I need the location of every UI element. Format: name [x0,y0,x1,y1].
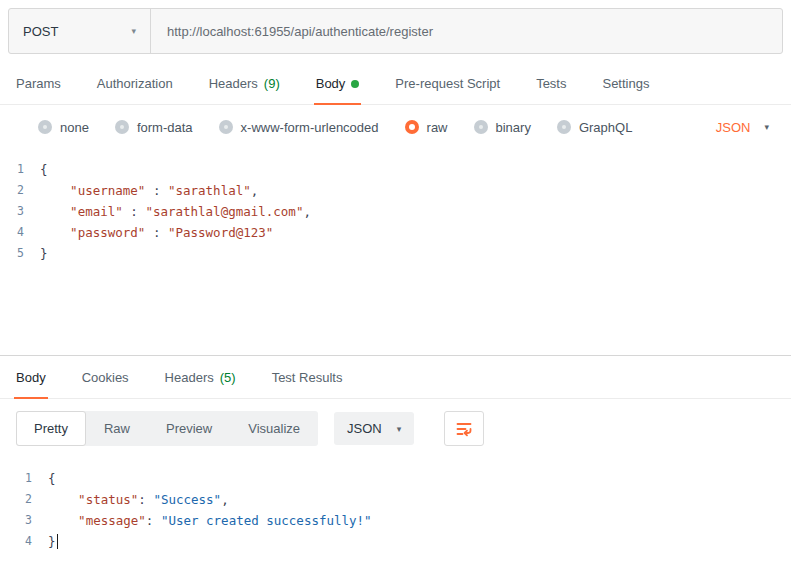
request-url-bar: POST ▾ http://localhost:61955/api/authen… [8,8,783,54]
body-type-x-www-form-urlencoded[interactable]: x-www-form-urlencoded [219,120,379,135]
tab-label: Headers [165,370,214,385]
radio-icon [38,120,52,134]
tab-label: Body [16,370,46,385]
postman-app: POST ▾ http://localhost:61955/api/authen… [0,8,791,552]
tab-label: Tests [536,76,566,91]
tab-label: Test Results [272,370,343,385]
radio-selected-icon [405,120,419,134]
response-tab-headers[interactable]: Headers (5) [163,356,238,399]
tab-settings[interactable]: Settings [600,62,651,105]
response-tab-cookies[interactable]: Cookies [80,356,131,399]
language-label: JSON [716,120,751,135]
radio-icon [115,120,129,134]
text-cursor [57,534,59,549]
tab-params[interactable]: Params [14,62,63,105]
request-tabs: Params Authorization Headers (9) Body Pr… [0,62,791,105]
option-label: binary [496,120,531,135]
body-type-none[interactable]: none [38,120,89,135]
language-dropdown[interactable]: JSON ▾ [716,120,769,135]
body-type-binary[interactable]: binary [474,120,531,135]
code-line: 2 "status": "Success", [8,489,791,510]
option-label: none [60,120,89,135]
code-line: 4 } [8,531,791,552]
tab-label: Params [16,76,61,91]
body-type-raw[interactable]: raw [405,120,448,135]
option-label: GraphQL [579,120,632,135]
line-number: 1 [0,159,40,180]
code-line: 3 "message": "User created successfully!… [8,510,791,531]
wrap-lines-button[interactable] [444,411,484,446]
code-line: 1 { [0,159,791,180]
line-number: 5 [0,243,40,264]
green-dot-icon [351,80,359,88]
body-type-selector: none form-data x-www-form-urlencoded raw… [0,105,791,149]
url-input[interactable]: http://localhost:61955/api/authenticate/… [151,9,782,53]
option-label: raw [427,120,448,135]
chevron-down-icon: ▾ [397,424,402,434]
request-body-editor[interactable]: 1 { 2 "username" : "sarathlal", 3 "email… [0,149,791,355]
view-pretty[interactable]: Pretty [16,411,86,446]
language-label: JSON [347,421,382,436]
code-line: 4 "password" : "Password@123" [0,222,791,243]
line-number: 3 [8,510,48,531]
line-number: 4 [8,531,48,552]
tab-pre-request-script[interactable]: Pre-request Script [393,62,502,105]
tab-authorization[interactable]: Authorization [95,62,175,105]
option-label: form-data [137,120,193,135]
view-visualize[interactable]: Visualize [230,411,318,446]
headers-count: (9) [264,76,280,91]
text-wrap-icon [455,421,473,437]
code-line: 2 "username" : "sarathlal", [0,180,791,201]
response-toolbar: Pretty Raw Preview Visualize JSON ▾ [0,399,791,458]
response-view-switch: Pretty Raw Preview Visualize [16,411,318,446]
response-language-dropdown[interactable]: JSON ▾ [334,412,414,445]
line-number: 1 [8,468,48,489]
code-line: 3 "email" : "sarathlal@gmail.com", [0,201,791,222]
radio-icon [557,120,571,134]
response-tab-test-results[interactable]: Test Results [270,356,345,399]
body-type-graphql[interactable]: GraphQL [557,120,632,135]
line-number: 3 [0,201,40,222]
headers-count: (5) [220,370,236,385]
code-line: 1 { [8,468,791,489]
tab-label: Pre-request Script [395,76,500,91]
tab-label: Headers [209,76,258,91]
code-line: 5 } [0,243,791,264]
radio-icon [219,120,233,134]
response-pane: Body Cookies Headers (5) Test Results Pr… [0,355,791,552]
tab-body[interactable]: Body [314,62,362,105]
radio-icon [474,120,488,134]
tab-label: Settings [602,76,649,91]
line-number: 4 [0,222,40,243]
url-text: http://localhost:61955/api/authenticate/… [167,24,433,39]
option-label: x-www-form-urlencoded [241,120,379,135]
tab-label: Cookies [82,370,129,385]
method-label: POST [23,24,58,39]
response-tab-body[interactable]: Body [14,356,48,399]
body-type-form-data[interactable]: form-data [115,120,193,135]
response-body-editor[interactable]: 1 { 2 "status": "Success", 3 "message": … [0,458,791,552]
view-raw[interactable]: Raw [86,411,148,446]
method-dropdown[interactable]: POST ▾ [9,9,151,53]
tab-headers[interactable]: Headers (9) [207,62,282,105]
chevron-down-icon: ▾ [131,26,136,36]
line-number: 2 [8,489,48,510]
tab-label: Authorization [97,76,173,91]
view-preview[interactable]: Preview [148,411,230,446]
tab-label: Body [316,76,346,91]
response-tabs: Body Cookies Headers (5) Test Results [0,356,791,399]
line-number: 2 [0,180,40,201]
chevron-down-icon: ▾ [764,122,769,132]
tab-tests[interactable]: Tests [534,62,568,105]
